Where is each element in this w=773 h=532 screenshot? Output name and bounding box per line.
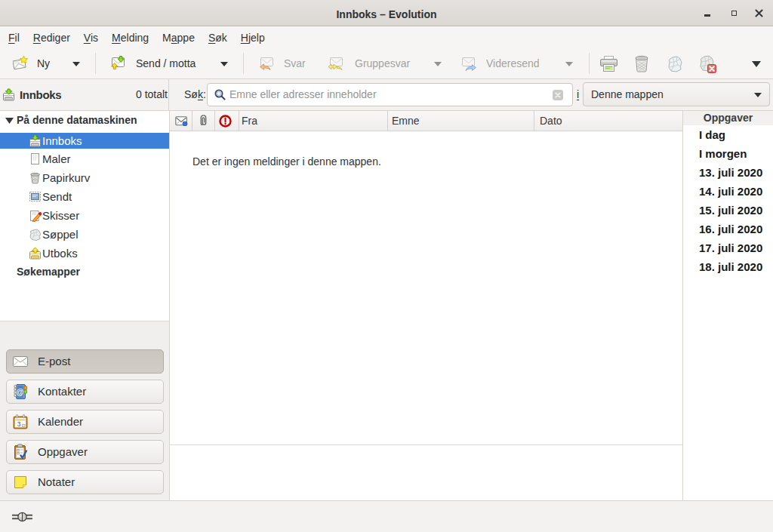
svg-text:3: 3 — [17, 420, 21, 428]
svg-text:@: @ — [17, 388, 24, 396]
